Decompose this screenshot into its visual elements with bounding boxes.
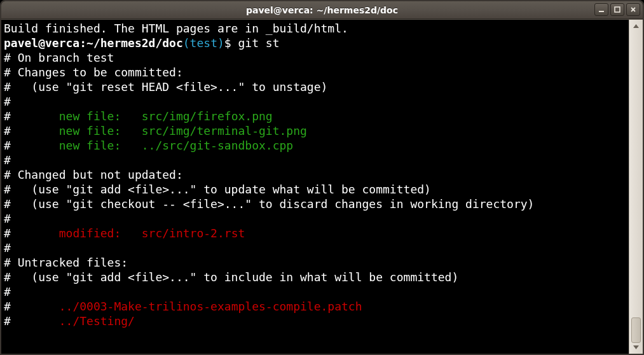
output-line: # (use "git reset HEAD <file>..." to uns…: [4, 80, 327, 94]
terminal-window: pavel@verca: ~/hermes2d/doc Build finish…: [0, 0, 644, 355]
output-line: #: [4, 212, 11, 225]
scrollbar[interactable]: [629, 20, 643, 354]
scroll-thumb[interactable]: [631, 317, 641, 343]
chevron-up-icon: [633, 24, 639, 28]
prompt-colon: :: [79, 36, 86, 50]
output-prefix: #: [4, 226, 59, 240]
modified-file: modified: src/intro-2.rst: [59, 226, 245, 240]
output-prefix: #: [4, 314, 59, 328]
output-line: # Untracked files:: [4, 256, 128, 269]
output-line: #: [4, 285, 11, 298]
prompt-branch: (test): [183, 36, 224, 50]
output-line: # (use "git add <file>..." to update wha…: [4, 183, 431, 196]
output-line: # Changed but not updated:: [4, 168, 183, 181]
output-line: # Changes to be committed:: [4, 66, 183, 79]
staged-file: new file: src/img/firefox.png: [59, 109, 273, 123]
prompt-path: ~/hermes2d/doc: [86, 36, 183, 50]
minimize-icon: [598, 6, 605, 13]
output-line: #: [4, 241, 11, 254]
svg-marker-5: [633, 345, 639, 349]
terminal[interactable]: Build finished. The HTML pages are in _b…: [1, 20, 629, 354]
output-line: # (use "git checkout -- <file>..." to di…: [4, 197, 534, 211]
minimize-button[interactable]: [594, 3, 608, 16]
output-line: #: [4, 95, 11, 108]
prompt-command: git st: [238, 36, 280, 50]
staged-file: new file: src/img/terminal-git.png: [59, 124, 307, 137]
scroll-down-button[interactable]: [629, 341, 643, 354]
titlebar[interactable]: pavel@verca: ~/hermes2d/doc: [1, 1, 643, 19]
close-button[interactable]: [626, 3, 640, 16]
untracked-file: ../0003-Make-trilinos-examples-compile.p…: [59, 300, 362, 313]
staged-file: new file: ../src/git-sandbox.cpp: [59, 139, 293, 152]
output-prefix: #: [4, 300, 59, 313]
output-line: # On branch test: [4, 51, 114, 64]
client-area: Build finished. The HTML pages are in _b…: [1, 19, 643, 354]
scroll-up-button[interactable]: [629, 20, 643, 32]
maximize-button[interactable]: [610, 3, 624, 16]
svg-rect-0: [599, 11, 604, 12]
output-line: #: [4, 153, 11, 167]
untracked-file: ../Testing/: [59, 314, 135, 328]
output-prefix: #: [4, 124, 59, 137]
prompt-sigil: $: [224, 36, 231, 50]
prompt-user-host: pavel@verca: [4, 36, 79, 50]
window-title: pavel@verca: ~/hermes2d/doc: [246, 5, 398, 15]
svg-marker-4: [633, 24, 639, 28]
chevron-down-icon: [633, 345, 639, 349]
svg-rect-1: [615, 7, 620, 12]
close-icon: [630, 6, 636, 13]
window-controls: [594, 3, 640, 16]
output-prefix: #: [4, 139, 59, 152]
output-prefix: #: [4, 109, 59, 123]
output-line: Build finished. The HTML pages are in _b…: [4, 22, 348, 35]
maximize-icon: [614, 6, 620, 13]
output-line: # (use "git add <file>..." to include in…: [4, 270, 458, 284]
